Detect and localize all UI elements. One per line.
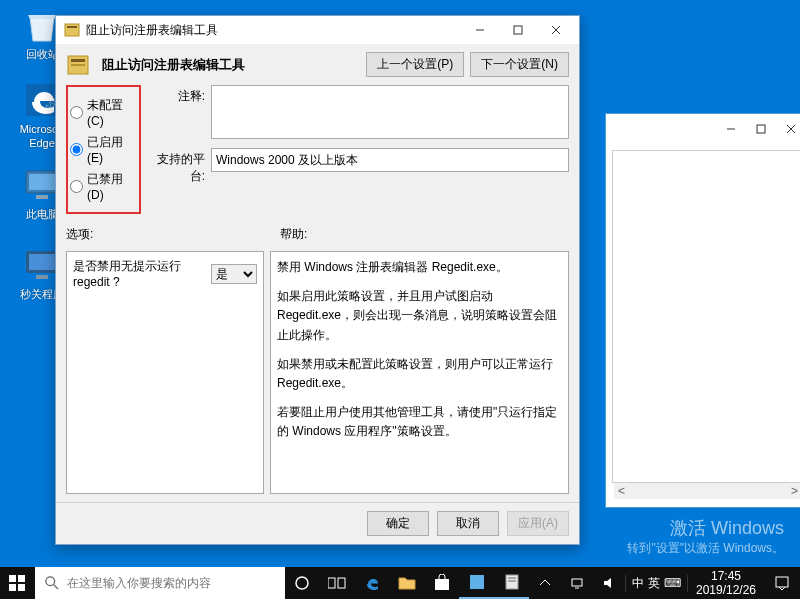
scroll-right-arrow[interactable]: > xyxy=(787,484,800,498)
svg-rect-1 xyxy=(29,174,55,190)
activate-line2: 转到"设置"以激活 Windows。 xyxy=(627,540,784,557)
svg-rect-27 xyxy=(338,578,345,588)
taskbar-app-gpedit[interactable] xyxy=(494,567,529,599)
svg-rect-5 xyxy=(36,275,48,279)
taskbar-app-edge[interactable] xyxy=(355,567,390,599)
close-button[interactable] xyxy=(537,18,575,42)
prev-setting-button[interactable]: 上一个设置(P) xyxy=(366,52,464,77)
svg-rect-17 xyxy=(71,59,85,62)
next-setting-button[interactable]: 下一个设置(N) xyxy=(470,52,569,77)
apply-button[interactable]: 应用(A) xyxy=(507,511,569,536)
svg-rect-13 xyxy=(514,26,522,34)
ime-lang: 中 xyxy=(632,575,644,592)
dialog-titlebar[interactable]: 阻止访问注册表编辑工具 xyxy=(56,16,579,44)
maximize-button[interactable] xyxy=(499,18,537,42)
help-pane[interactable]: 禁用 Windows 注册表编辑器 Regedit.exe。 如果启用此策略设置… xyxy=(270,251,569,494)
radio-not-configured-input[interactable] xyxy=(70,106,83,119)
platform-label: 支持的平台: xyxy=(147,148,205,185)
clock-date: 2019/12/26 xyxy=(688,583,764,597)
policy-icon xyxy=(64,22,80,38)
svg-rect-19 xyxy=(9,575,16,582)
search-icon xyxy=(45,576,59,590)
option-select[interactable]: 是 xyxy=(211,264,257,284)
svg-rect-22 xyxy=(18,584,25,591)
ime-kbd: 英 xyxy=(648,575,660,592)
ime-keyboard-icon: ⌨ xyxy=(664,576,681,590)
help-paragraph: 若要阻止用户使用其他管理工具，请使用"只运行指定的 Windows 应用程序"策… xyxy=(277,403,562,441)
close-button[interactable] xyxy=(776,118,800,140)
platform-field: Windows 2000 及以上版本 xyxy=(211,148,569,172)
svg-rect-30 xyxy=(506,575,518,589)
option-question: 是否禁用无提示运行 regedit ? xyxy=(73,258,205,289)
options-pane: 是否禁用无提示运行 regedit ? 是 xyxy=(66,251,264,494)
radio-enabled[interactable]: 已启用(E) xyxy=(70,134,137,165)
help-paragraph: 禁用 Windows 注册表编辑器 Regedit.exe。 xyxy=(277,258,562,277)
taskbar-search[interactable] xyxy=(35,567,285,599)
cancel-button[interactable]: 取消 xyxy=(437,511,499,536)
svg-rect-10 xyxy=(65,24,79,36)
svg-rect-28 xyxy=(435,579,449,590)
tray-network-icon[interactable] xyxy=(561,576,593,590)
ok-button[interactable]: 确定 xyxy=(367,511,429,536)
taskbar-app-explorer[interactable] xyxy=(390,567,425,599)
svg-rect-18 xyxy=(71,64,85,66)
policy-icon xyxy=(66,53,90,77)
svg-point-23 xyxy=(46,577,55,586)
tray-volume-icon[interactable] xyxy=(593,576,625,590)
dialog-title: 阻止访问注册表编辑工具 xyxy=(86,22,461,39)
activate-watermark: 激活 Windows 转到"设置"以激活 Windows。 xyxy=(627,516,784,557)
svg-rect-20 xyxy=(18,575,25,582)
search-input[interactable] xyxy=(67,567,275,599)
background-body xyxy=(612,150,800,483)
comment-textarea[interactable] xyxy=(211,85,569,139)
svg-rect-4 xyxy=(29,254,55,270)
maximize-button[interactable] xyxy=(746,118,776,140)
svg-rect-29 xyxy=(470,575,484,589)
dialog-header-title: 阻止访问注册表编辑工具 xyxy=(102,56,245,74)
help-label: 帮助: xyxy=(280,226,307,243)
svg-rect-35 xyxy=(776,577,788,587)
svg-rect-11 xyxy=(67,26,77,28)
comment-label: 注释: xyxy=(147,85,205,105)
taskbar-tray: 中 英 ⌨ 17:45 2019/12/26 xyxy=(529,567,800,599)
help-paragraph: 如果禁用或未配置此策略设置，则用户可以正常运行 Regedit.exe。 xyxy=(277,355,562,393)
clock-time: 17:45 xyxy=(688,569,764,583)
svg-rect-21 xyxy=(9,584,16,591)
radio-enabled-input[interactable] xyxy=(70,143,83,156)
start-button[interactable] xyxy=(0,567,35,599)
dialog-header-row: 阻止访问注册表编辑工具 上一个设置(P) 下一个设置(N) xyxy=(66,52,569,77)
minimize-button[interactable] xyxy=(461,18,499,42)
tray-clock[interactable]: 17:45 2019/12/26 xyxy=(688,569,764,597)
svg-rect-26 xyxy=(328,578,335,588)
tray-chevron-up-icon[interactable] xyxy=(529,579,561,587)
cortana-button[interactable] xyxy=(285,567,320,599)
dialog-footer: 确定 取消 应用(A) xyxy=(56,502,579,544)
minimize-button[interactable] xyxy=(716,118,746,140)
taskbar-app-snip[interactable] xyxy=(459,567,494,599)
svg-rect-33 xyxy=(572,579,582,586)
svg-rect-7 xyxy=(757,125,765,133)
task-view-button[interactable] xyxy=(320,567,355,599)
radio-not-configured[interactable]: 未配置(C) xyxy=(70,97,137,128)
background-titlebar[interactable] xyxy=(606,114,800,144)
taskbar: 中 英 ⌨ 17:45 2019/12/26 xyxy=(0,567,800,599)
svg-point-25 xyxy=(296,577,308,589)
scroll-left-arrow[interactable]: < xyxy=(614,484,629,498)
tray-ime[interactable]: 中 英 ⌨ xyxy=(625,575,688,592)
options-label: 选项: xyxy=(66,226,276,243)
svg-rect-2 xyxy=(36,195,48,199)
help-paragraph: 如果启用此策略设置，并且用户试图启动 Regedit.exe，则会出现一条消息，… xyxy=(277,287,562,345)
state-radio-group: 未配置(C) 已启用(E) 已禁用(D) xyxy=(66,85,141,214)
background-window[interactable]: < > xyxy=(605,113,800,508)
activate-line1: 激活 Windows xyxy=(627,516,784,540)
svg-line-24 xyxy=(54,585,58,589)
taskbar-app-store[interactable] xyxy=(424,567,459,599)
radio-disabled-input[interactable] xyxy=(70,180,83,193)
radio-disabled[interactable]: 已禁用(D) xyxy=(70,171,137,202)
background-scrollbar[interactable]: < > xyxy=(614,483,800,499)
tray-notifications-icon[interactable] xyxy=(764,575,800,591)
policy-dialog: 阻止访问注册表编辑工具 阻止访问注册表编辑工具 上一个设置(P) 下一个设置(N… xyxy=(55,15,580,545)
